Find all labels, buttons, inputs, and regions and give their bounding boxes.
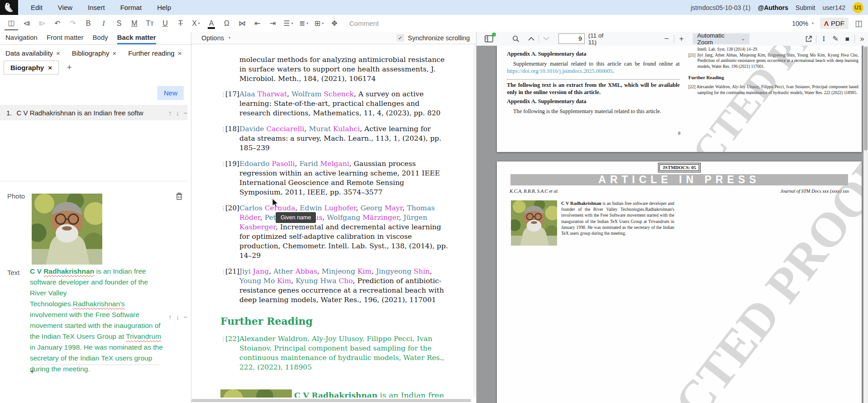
section-chip-bibliography[interactable]: Bibliography× (72, 49, 116, 57)
close-icon[interactable]: × (48, 64, 52, 71)
surname[interactable]: Kim (277, 277, 291, 285)
zoom-in-icon[interactable]: + (676, 33, 687, 44)
surname[interactable]: Cernuda (265, 204, 296, 212)
reference-text[interactable]: Davide Cacciarelli, Murat Kulahci, Activ… (239, 124, 448, 153)
pdf-button[interactable]: Λ PDF (820, 18, 849, 29)
surname[interactable]: Kim (358, 267, 372, 275)
bullet-list-icon[interactable]: ☰▾ (281, 17, 295, 30)
table-icon[interactable]: ⊞▾ (312, 17, 326, 30)
given-name[interactable]: Minjeong (322, 267, 355, 275)
biography-photo[interactable] (32, 194, 102, 265)
indent-icon[interactable]: ⇥ (266, 17, 280, 30)
page-number-input[interactable] (558, 33, 585, 44)
drag-handle-icon[interactable]: ⋮ (220, 90, 225, 118)
options-menu[interactable]: Options ▾ (201, 34, 230, 42)
given-name[interactable]: Georg (361, 204, 382, 212)
biography-text-field[interactable]: C V Radhakrishnan is an Indian free soft… (30, 266, 163, 375)
given-name[interactable]: Young Mo (239, 277, 275, 285)
doi-link[interactable]: https://doi.org/10.1016/j.jstmdocs.2025.… (507, 68, 613, 74)
reference-entry-18[interactable]: ⋮[18]Davide Cacciarelli, Murat Kulahci, … (220, 124, 464, 153)
panel-toggle-icon[interactable]: ◫ (855, 19, 863, 28)
surname[interactable]: Schenck (324, 90, 354, 98)
new-button[interactable]: New (157, 86, 184, 100)
move-down-icon[interactable]: ↓ (176, 109, 180, 117)
tab-back-matter[interactable]: Back matter (117, 32, 156, 44)
tab-front-matter[interactable]: Front matter (47, 32, 84, 44)
further-reading-heading[interactable]: Further Reading (220, 317, 464, 326)
move-down-icon[interactable]: ↓ (176, 313, 180, 321)
next-marker-icon[interactable]: ⧐ (35, 17, 49, 30)
pdf-vertical-scrollbar[interactable] (863, 46, 868, 403)
surname[interactable]: Kulahci (333, 125, 360, 133)
given-name[interactable]: Farid (299, 160, 318, 168)
given-name[interactable]: Alaa (239, 90, 255, 98)
surname[interactable]: Cacciarelli (266, 125, 304, 133)
undo-icon[interactable]: ↶ (51, 17, 64, 30)
pdf-zoom-select[interactable]: Automatic Zoom ⌄ (693, 33, 750, 44)
reference-entry-20[interactable]: ⋮[20]Carlos Cernuda, Edwin Lughofer, Geo… (220, 204, 464, 261)
section-tab-biography[interactable]: Biography × (4, 61, 59, 75)
reference-text[interactable]: Carlos Cernuda, Edwin Lughofer, Georg Ma… (239, 204, 448, 261)
surname[interactable]: Röder (239, 213, 260, 222)
given-name[interactable]: Wolfram (291, 90, 321, 98)
search-icon[interactable] (510, 33, 522, 44)
numbered-list-icon[interactable]: ≣▾ (297, 17, 310, 30)
reference-entry-19[interactable]: ⋮[19]Edoardo Pasolli, Farid Melgani, Gau… (220, 159, 464, 197)
math-icon[interactable]: M (128, 17, 141, 30)
given-name[interactable]: Edwin (300, 204, 322, 212)
checkbox-checked-icon[interactable]: ✓ (396, 34, 404, 42)
biography-paragraph[interactable]: C V Radhakrishnan is an Indian free soft… (294, 389, 450, 398)
menu-help[interactable]: Help (157, 4, 171, 11)
surname[interactable]: Jang (253, 267, 269, 275)
find-previous-icon[interactable] (525, 33, 537, 44)
given-name[interactable]: Edoardo (239, 160, 269, 168)
given-name[interactable]: Davide (239, 125, 264, 133)
drag-handle-icon[interactable]: ⋮ (220, 159, 225, 197)
authors-menu[interactable]: @Authors (758, 4, 788, 11)
submit-button[interactable]: Submit (796, 4, 816, 11)
further-reference-entry[interactable]: ⋮[22]Alexander Waldron, Aly-Joy Ulusoy, … (220, 334, 464, 372)
outdent-icon[interactable]: ⇤ (251, 17, 264, 30)
editor-horizontal-scrollbar[interactable] (191, 399, 471, 402)
reference-text[interactable]: Alexander Waldron, Aly-Joy Ulusoy, Filip… (239, 334, 448, 372)
given-name[interactable]: Kyung Hwa (296, 277, 336, 285)
strikethrough-icon[interactable]: T (174, 17, 187, 30)
editor-content[interactable]: molecular methods for analyzing antimicr… (191, 44, 473, 398)
redo-icon[interactable]: ↷ (66, 17, 80, 30)
biography-list-item[interactable]: 1. C V Radhakrishnan is an Indian free s… (0, 105, 187, 120)
drag-handle-icon[interactable]: ⋮ (220, 267, 225, 305)
user-avatar-badge[interactable]: U1 (853, 2, 863, 13)
join-icon[interactable]: ⋈ (235, 17, 249, 30)
drag-handle-icon[interactable]: ⋮ (220, 124, 225, 153)
given-name[interactable]: Jürgen (403, 213, 427, 222)
surname[interactable]: Melgani (320, 160, 349, 168)
section-chip-data-availability[interactable]: Data availability× (5, 49, 60, 57)
close-icon[interactable]: × (178, 49, 182, 57)
surname[interactable]: Abbas (296, 267, 317, 275)
surname[interactable]: Shin (414, 267, 430, 275)
reference-entry-21[interactable]: ⋮[21]Jiyi Jang, Ather Abbas, Minjeong Ki… (220, 267, 464, 305)
surname[interactable]: Cho (339, 277, 353, 285)
biography-block[interactable]: C V Radhakrishnan is an Indian free soft… (220, 389, 464, 398)
menu-format[interactable]: Format (120, 4, 142, 11)
find-next-icon[interactable] (540, 33, 552, 44)
surname[interactable]: Pasolli (272, 160, 295, 168)
synchronize-scrolling-toggle[interactable]: ✓ Synchronize scrolling (396, 34, 470, 42)
reference-entry-17[interactable]: ⋮[17]Alaa Tharwat, Wolfram Schenck, A su… (220, 90, 464, 118)
reference-text[interactable]: Edoardo Pasolli, Farid Melgani, Gaussian… (239, 159, 448, 197)
scrollbar-thumb[interactable] (864, 47, 868, 151)
special-character-icon[interactable]: Ω (220, 17, 234, 30)
reference-text[interactable]: Jiyi Jang, Ather Abbas, Minjeong Kim, Ji… (239, 267, 448, 305)
italic-icon[interactable]: I (97, 17, 110, 30)
underline-icon[interactable]: U (158, 17, 172, 30)
surname[interactable]: Tharwat (258, 90, 287, 98)
sidebar-thumbnails-icon[interactable] (483, 33, 495, 44)
drag-handle-icon[interactable]: ⋮ (220, 204, 225, 261)
given-name[interactable]: Jiyi (239, 267, 251, 275)
add-section-button[interactable]: + (67, 63, 72, 72)
drag-handle-icon[interactable]: ⋮ (220, 334, 225, 372)
open-external-icon[interactable] (803, 33, 815, 44)
prev-marker-icon[interactable]: ⧏ (20, 17, 33, 30)
menu-edit[interactable]: Edit (31, 4, 43, 11)
reference-partial[interactable]: molecular methods for analyzing antimicr… (239, 55, 448, 84)
